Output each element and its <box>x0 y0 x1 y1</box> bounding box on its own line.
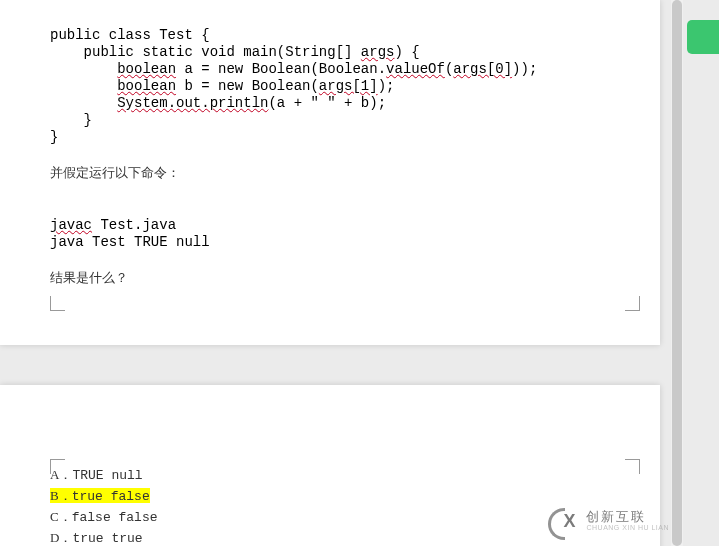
choice-c: C．false false <box>50 507 610 528</box>
choices-list: A．TRUE null B．true false C．false false D… <box>50 465 610 546</box>
code-line: } <box>50 112 92 128</box>
code-line: System.out.println(a + " " + b); <box>50 95 386 111</box>
code-line: boolean a = new Boolean(Boolean.valueOf(… <box>50 61 537 77</box>
assume-text: 并假定运行以下命令： <box>50 164 610 182</box>
page-top: public class Test { public static void m… <box>0 0 660 345</box>
choice-a: A．TRUE null <box>50 465 610 486</box>
code-block: public class Test { public static void m… <box>50 10 610 146</box>
code-line: public class Test { <box>50 27 210 43</box>
cmd-line: java Test TRUE null <box>50 234 210 250</box>
choice-text: true false <box>72 489 150 504</box>
spellcheck-args0: args[0] <box>453 61 512 77</box>
scrollbar-thumb[interactable] <box>672 0 682 546</box>
spellcheck-println: System.out.println <box>117 95 268 111</box>
side-action-button[interactable] <box>687 20 719 54</box>
choice-text: true true <box>72 531 142 546</box>
question-text: 结果是什么？ <box>50 269 610 287</box>
viewport: public class Test { public static void m… <box>0 0 719 546</box>
spellcheck-javac: javac <box>50 217 92 233</box>
choice-d: D．true true <box>50 528 610 546</box>
choice-b: B．true false <box>50 486 610 507</box>
code-line: boolean b = new Boolean(args[1]); <box>50 78 394 94</box>
spellcheck-boolean: boolean <box>117 61 176 77</box>
commands-block: javac Test.java java Test TRUE null <box>50 200 610 251</box>
spellcheck-args1: args[1] <box>319 78 378 94</box>
choice-text: false false <box>72 510 158 525</box>
choice-text: TRUE null <box>72 468 142 483</box>
choice-label: C． <box>50 509 72 524</box>
spellcheck-valueof: valueOf <box>386 61 445 77</box>
page-bottom: A．TRUE null B．true false C．false false D… <box>0 385 660 546</box>
code-line: public static void main(String[] args) { <box>50 44 420 60</box>
spellcheck-boolean-2: boolean <box>117 78 176 94</box>
cmd-line: javac Test.java <box>50 217 176 233</box>
choice-label: D． <box>50 530 72 545</box>
choice-label: B． <box>50 488 72 503</box>
code-line: } <box>50 129 58 145</box>
spellcheck-args: args <box>361 44 395 60</box>
vertical-scrollbar[interactable] <box>671 0 683 546</box>
